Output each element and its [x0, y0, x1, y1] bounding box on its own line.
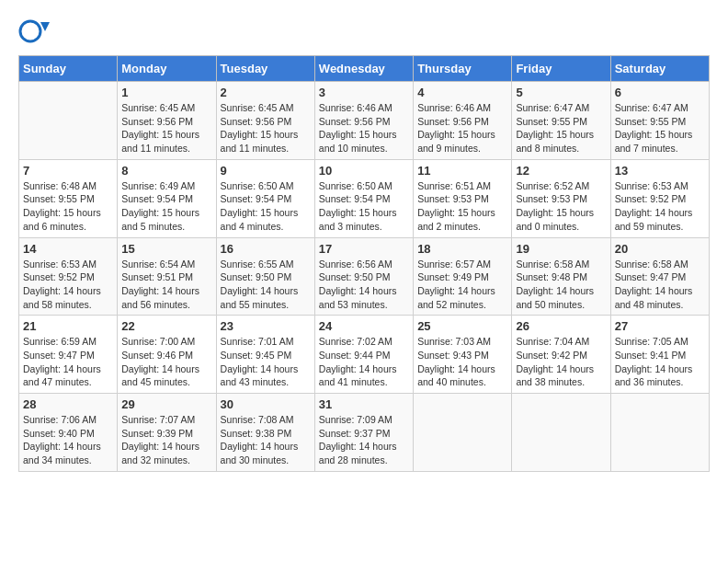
- day-number: 8: [121, 164, 211, 178]
- day-detail: Sunrise: 7:08 AMSunset: 9:38 PMDaylight:…: [221, 413, 311, 467]
- page: SundayMondayTuesdayWednesdayThursdayFrid…: [0, 0, 728, 487]
- day-detail: Sunrise: 6:51 AMSunset: 9:53 PMDaylight:…: [417, 179, 507, 234]
- day-number: 12: [516, 164, 606, 178]
- day-detail: Sunrise: 6:50 AMSunset: 9:54 PMDaylight:…: [319, 179, 409, 234]
- weekday-header: Sunday: [19, 56, 118, 82]
- day-detail: Sunrise: 6:58 AMSunset: 9:48 PMDaylight:…: [516, 258, 606, 312]
- calendar-cell: 23Sunrise: 7:01 AMSunset: 9:45 PMDayligh…: [216, 316, 314, 394]
- day-number: 28: [23, 397, 113, 411]
- weekday-header: Friday: [512, 56, 610, 82]
- calendar-cell: 29Sunrise: 7:07 AMSunset: 9:39 PMDayligh…: [118, 394, 216, 472]
- calendar-cell: 17Sunrise: 6:56 AMSunset: 9:50 PMDayligh…: [314, 237, 413, 316]
- calendar-cell: 25Sunrise: 7:03 AMSunset: 9:43 PMDayligh…: [414, 316, 512, 394]
- day-detail: Sunrise: 7:06 AMSunset: 9:40 PMDaylight:…: [23, 413, 113, 467]
- header-row: SundayMondayTuesdayWednesdayThursdayFrid…: [19, 56, 710, 82]
- day-detail: Sunrise: 6:56 AMSunset: 9:50 PMDaylight:…: [319, 258, 409, 312]
- day-number: 2: [221, 86, 311, 99]
- calendar-cell: 28Sunrise: 7:06 AMSunset: 9:40 PMDayligh…: [19, 394, 118, 472]
- day-number: 17: [319, 242, 409, 256]
- calendar-cell: 4Sunrise: 6:46 AMSunset: 9:56 PMDaylight…: [414, 82, 512, 160]
- day-number: 24: [319, 319, 409, 333]
- day-number: 30: [221, 397, 311, 411]
- day-detail: Sunrise: 6:53 AMSunset: 9:52 PMDaylight:…: [23, 258, 113, 312]
- weekday-header: Monday: [118, 56, 216, 82]
- day-detail: Sunrise: 7:02 AMSunset: 9:44 PMDaylight:…: [319, 335, 409, 389]
- day-number: 25: [417, 319, 507, 333]
- day-detail: Sunrise: 6:57 AMSunset: 9:49 PMDaylight:…: [417, 258, 507, 312]
- calendar-cell: 26Sunrise: 7:04 AMSunset: 9:42 PMDayligh…: [512, 316, 610, 394]
- calendar-cell: 12Sunrise: 6:52 AMSunset: 9:53 PMDayligh…: [512, 159, 610, 237]
- calendar-cell: 5Sunrise: 6:47 AMSunset: 9:55 PMDaylight…: [512, 82, 610, 160]
- calendar-cell: 20Sunrise: 6:58 AMSunset: 9:47 PMDayligh…: [610, 237, 709, 316]
- day-detail: Sunrise: 6:47 AMSunset: 9:55 PMDaylight:…: [516, 101, 606, 155]
- calendar-cell: 11Sunrise: 6:51 AMSunset: 9:53 PMDayligh…: [414, 159, 512, 237]
- day-detail: Sunrise: 6:55 AMSunset: 9:50 PMDaylight:…: [221, 258, 311, 312]
- day-number: 20: [615, 242, 705, 256]
- day-detail: Sunrise: 6:58 AMSunset: 9:47 PMDaylight:…: [615, 258, 705, 312]
- calendar-week-row: 14Sunrise: 6:53 AMSunset: 9:52 PMDayligh…: [19, 237, 710, 316]
- day-number: 4: [417, 86, 507, 99]
- calendar-cell: [610, 394, 709, 472]
- day-detail: Sunrise: 6:52 AMSunset: 9:53 PMDaylight:…: [516, 179, 606, 234]
- day-detail: Sunrise: 7:01 AMSunset: 9:45 PMDaylight:…: [221, 335, 311, 389]
- calendar-cell: [512, 394, 610, 472]
- day-detail: Sunrise: 7:04 AMSunset: 9:42 PMDaylight:…: [516, 335, 606, 389]
- day-detail: Sunrise: 6:50 AMSunset: 9:54 PMDaylight:…: [221, 179, 311, 234]
- calendar-week-row: 7Sunrise: 6:48 AMSunset: 9:55 PMDaylight…: [19, 159, 710, 237]
- calendar-cell: [414, 394, 512, 472]
- day-detail: Sunrise: 7:03 AMSunset: 9:43 PMDaylight:…: [417, 335, 507, 389]
- calendar-header: SundayMondayTuesdayWednesdayThursdayFrid…: [19, 56, 710, 82]
- day-number: 13: [615, 164, 705, 178]
- calendar-cell: [19, 82, 118, 160]
- calendar-body: 1Sunrise: 6:45 AMSunset: 9:56 PMDaylight…: [19, 82, 710, 472]
- calendar-cell: 19Sunrise: 6:58 AMSunset: 9:48 PMDayligh…: [512, 237, 610, 316]
- logo: [18, 15, 51, 48]
- day-detail: Sunrise: 7:07 AMSunset: 9:39 PMDaylight:…: [121, 413, 211, 467]
- calendar-table: SundayMondayTuesdayWednesdayThursdayFrid…: [18, 55, 710, 472]
- day-number: 21: [23, 319, 113, 333]
- calendar-cell: 27Sunrise: 7:05 AMSunset: 9:41 PMDayligh…: [610, 316, 709, 394]
- svg-marker-1: [40, 22, 50, 31]
- day-detail: Sunrise: 6:46 AMSunset: 9:56 PMDaylight:…: [319, 101, 409, 155]
- day-number: 22: [121, 319, 211, 333]
- day-detail: Sunrise: 7:09 AMSunset: 9:37 PMDaylight:…: [319, 413, 409, 467]
- calendar-cell: 24Sunrise: 7:02 AMSunset: 9:44 PMDayligh…: [314, 316, 413, 394]
- calendar-cell: 7Sunrise: 6:48 AMSunset: 9:55 PMDaylight…: [19, 159, 118, 237]
- day-detail: Sunrise: 6:49 AMSunset: 9:54 PMDaylight:…: [121, 179, 211, 234]
- calendar-cell: 10Sunrise: 6:50 AMSunset: 9:54 PMDayligh…: [314, 159, 413, 237]
- day-detail: Sunrise: 6:46 AMSunset: 9:56 PMDaylight:…: [417, 101, 507, 155]
- calendar-cell: 1Sunrise: 6:45 AMSunset: 9:56 PMDaylight…: [118, 82, 216, 160]
- calendar-cell: 16Sunrise: 6:55 AMSunset: 9:50 PMDayligh…: [216, 237, 314, 316]
- day-detail: Sunrise: 6:48 AMSunset: 9:55 PMDaylight:…: [23, 179, 113, 234]
- calendar-cell: 30Sunrise: 7:08 AMSunset: 9:38 PMDayligh…: [216, 394, 314, 472]
- day-number: 23: [221, 319, 311, 333]
- calendar-cell: 21Sunrise: 6:59 AMSunset: 9:47 PMDayligh…: [19, 316, 118, 394]
- day-detail: Sunrise: 7:05 AMSunset: 9:41 PMDaylight:…: [615, 335, 705, 389]
- day-number: 26: [516, 319, 606, 333]
- calendar-cell: 8Sunrise: 6:49 AMSunset: 9:54 PMDaylight…: [118, 159, 216, 237]
- day-number: 19: [516, 242, 606, 256]
- day-number: 5: [516, 86, 606, 99]
- calendar-cell: 6Sunrise: 6:47 AMSunset: 9:55 PMDaylight…: [610, 82, 709, 160]
- day-number: 14: [23, 242, 113, 256]
- calendar-cell: 9Sunrise: 6:50 AMSunset: 9:54 PMDaylight…: [216, 159, 314, 237]
- day-number: 1: [121, 86, 211, 99]
- day-detail: Sunrise: 6:45 AMSunset: 9:56 PMDaylight:…: [221, 101, 311, 155]
- day-number: 27: [615, 319, 705, 333]
- calendar-cell: 13Sunrise: 6:53 AMSunset: 9:52 PMDayligh…: [610, 159, 709, 237]
- calendar-cell: 14Sunrise: 6:53 AMSunset: 9:52 PMDayligh…: [19, 237, 118, 316]
- day-detail: Sunrise: 7:00 AMSunset: 9:46 PMDaylight:…: [121, 335, 211, 389]
- day-number: 11: [417, 164, 507, 178]
- day-number: 16: [221, 242, 311, 256]
- day-number: 9: [221, 164, 311, 178]
- day-number: 15: [121, 242, 211, 256]
- weekday-header: Thursday: [414, 56, 512, 82]
- calendar-week-row: 1Sunrise: 6:45 AMSunset: 9:56 PMDaylight…: [19, 82, 710, 160]
- day-number: 6: [615, 86, 705, 99]
- day-number: 7: [23, 164, 113, 178]
- day-detail: Sunrise: 6:59 AMSunset: 9:47 PMDaylight:…: [23, 335, 113, 389]
- day-detail: Sunrise: 6:45 AMSunset: 9:56 PMDaylight:…: [121, 101, 211, 155]
- calendar-week-row: 21Sunrise: 6:59 AMSunset: 9:47 PMDayligh…: [19, 316, 710, 394]
- calendar-cell: 2Sunrise: 6:45 AMSunset: 9:56 PMDaylight…: [216, 82, 314, 160]
- calendar-cell: 31Sunrise: 7:09 AMSunset: 9:37 PMDayligh…: [314, 394, 413, 472]
